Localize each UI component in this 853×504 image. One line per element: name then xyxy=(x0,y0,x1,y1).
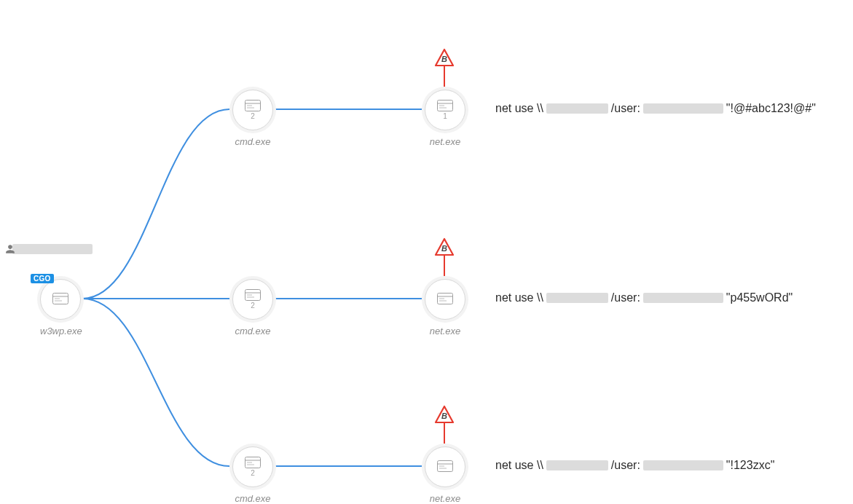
node-cmd-0-circle[interactable]: 2 xyxy=(232,90,273,130)
node-cmd-2[interactable]: 2cmd.exe xyxy=(232,446,273,504)
cmd-prefix: net use \\ xyxy=(495,102,543,115)
user-identity: x xyxy=(5,244,95,254)
command-line-2: net use \\x /user:x "!123zxc" xyxy=(495,459,774,472)
cmd-suffix: "!@#abc123!@#" xyxy=(726,102,816,115)
node-cmd-1[interactable]: 2cmd.exe xyxy=(232,279,273,336)
svg-text:B: B xyxy=(441,55,447,63)
cmd-redacted-user: x xyxy=(643,103,723,114)
window-icon xyxy=(245,100,261,111)
cmd-suffix: "p455wORd" xyxy=(726,291,793,304)
cmd-redacted-host: x xyxy=(546,293,608,303)
node-count: 2 xyxy=(251,302,255,310)
node-net-0-label: net.exe xyxy=(425,136,465,147)
node-net-2-circle[interactable] xyxy=(425,446,465,487)
node-count: 2 xyxy=(251,470,255,477)
node-cmd-1-circle[interactable]: 2 xyxy=(232,279,273,320)
node-count: 2 xyxy=(251,113,255,120)
window-icon xyxy=(52,293,68,304)
node-cmd-0-label: cmd.exe xyxy=(232,136,273,147)
cmd-redacted-user: x xyxy=(643,460,723,470)
cmd-redacted-user: x xyxy=(643,293,723,303)
node-net-0-circle[interactable]: 1 xyxy=(425,90,465,130)
node-root-circle[interactable]: CGO xyxy=(40,279,81,320)
cmd-mid: /user: xyxy=(611,291,640,304)
window-icon xyxy=(437,460,453,472)
node-net-1-circle[interactable] xyxy=(425,279,465,320)
node-net-1[interactable]: net.exe xyxy=(425,279,465,336)
command-line-1: net use \\x /user:x "p455wORd" xyxy=(495,291,793,304)
cmd-redacted-host: x xyxy=(546,460,608,470)
window-icon xyxy=(437,100,453,111)
cmd-suffix: "!123zxc" xyxy=(726,459,775,472)
svg-text:B: B xyxy=(441,244,447,253)
cmd-prefix: net use \\ xyxy=(495,291,543,304)
node-count: 1 xyxy=(443,113,447,120)
node-net-0[interactable]: 1net.exe xyxy=(425,90,465,147)
cmd-prefix: net use \\ xyxy=(495,459,543,472)
node-badge: CGO xyxy=(31,274,54,283)
node-root-label: w3wp.exe xyxy=(40,326,82,336)
node-net-2-label: net.exe xyxy=(425,493,465,504)
window-icon xyxy=(245,289,261,301)
cmd-redacted-host: x xyxy=(546,103,608,114)
node-cmd-2-circle[interactable]: 2 xyxy=(232,446,273,487)
node-cmd-1-label: cmd.exe xyxy=(232,326,273,336)
window-icon xyxy=(437,293,453,304)
window-icon xyxy=(245,457,261,468)
cmd-mid: /user: xyxy=(611,102,640,115)
svg-text:B: B xyxy=(441,412,447,420)
command-line-0: net use \\x /user:x "!@#abc123!@#" xyxy=(495,102,816,115)
node-net-1-label: net.exe xyxy=(425,326,465,336)
node-net-2[interactable]: net.exe xyxy=(425,446,465,504)
node-root[interactable]: CGOw3wp.exe xyxy=(40,279,82,336)
node-cmd-0[interactable]: 2cmd.exe xyxy=(232,90,273,147)
cmd-mid: /user: xyxy=(611,459,640,472)
node-cmd-2-label: cmd.exe xyxy=(232,493,273,504)
user-redacted: x xyxy=(12,244,93,254)
